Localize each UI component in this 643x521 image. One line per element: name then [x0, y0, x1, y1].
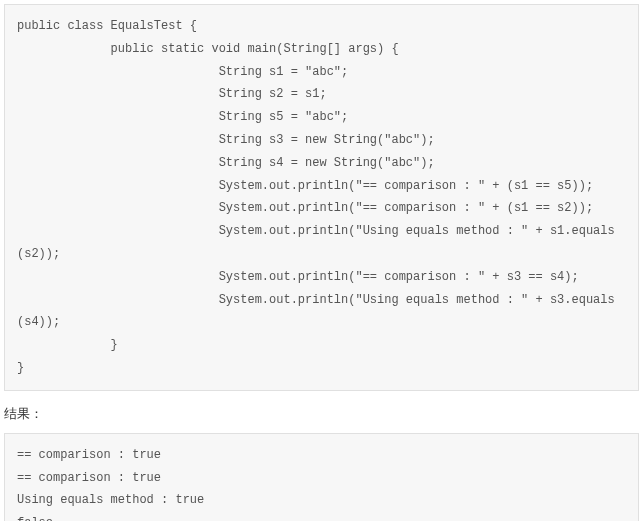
code-line: System.out.println("Using equals method … — [17, 293, 615, 307]
result-label: 结果： — [4, 405, 639, 423]
output-line: == comparison : true — [17, 448, 161, 462]
output-line: false — [17, 516, 53, 521]
code-line: String s2 = s1; — [17, 87, 327, 101]
code-line: (s2)); — [17, 247, 60, 261]
code-line: public static void main(String[] args) { — [17, 42, 399, 56]
output-block: == comparison : true == comparison : tru… — [4, 433, 639, 521]
code-line: String s1 = "abc"; — [17, 65, 348, 79]
code-line: } — [17, 338, 118, 352]
code-line: public class EqualsTest { — [17, 19, 197, 33]
code-line: } — [17, 361, 24, 375]
output-line: == comparison : true — [17, 471, 161, 485]
code-line: System.out.println("== comparison : " + … — [17, 179, 593, 193]
code-line: System.out.println("== comparison : " + … — [17, 201, 593, 215]
code-line: String s3 = new String("abc"); — [17, 133, 435, 147]
code-line: (s4)); — [17, 315, 60, 329]
code-line: System.out.println("== comparison : " + … — [17, 270, 579, 284]
code-line: System.out.println("Using equals method … — [17, 224, 615, 238]
code-line: String s4 = new String("abc"); — [17, 156, 435, 170]
output-line: Using equals method : true — [17, 493, 204, 507]
code-line: String s5 = "abc"; — [17, 110, 348, 124]
code-block: public class EqualsTest { public static … — [4, 4, 639, 391]
